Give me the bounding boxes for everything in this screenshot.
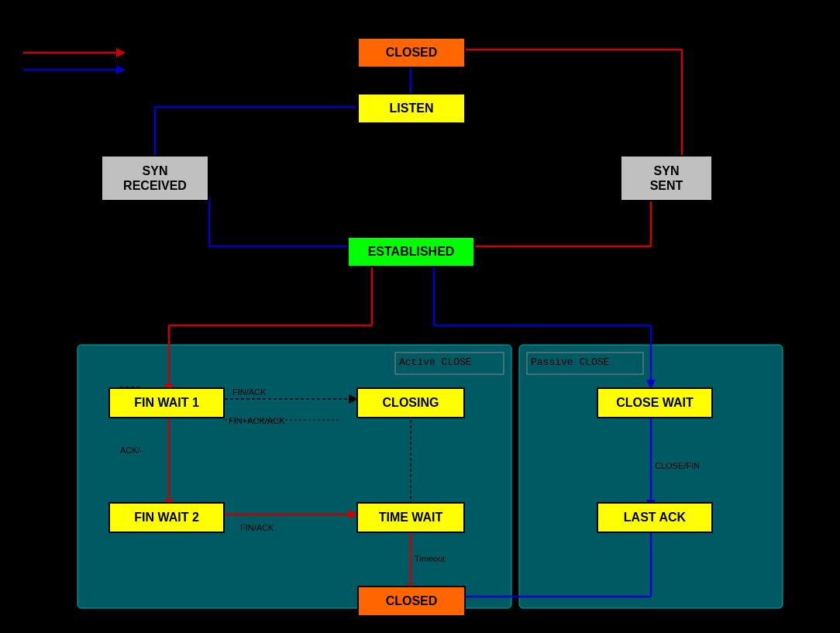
syn-sent-state: SYNSENT bbox=[620, 155, 713, 201]
fin-wait-2-state: FIN WAIT 2 bbox=[108, 502, 225, 533]
timeout-label: Timeout bbox=[415, 554, 445, 563]
close-fin-label: CLOSE/FIN bbox=[655, 461, 700, 470]
passive-close-label: Passive CLOSE bbox=[531, 356, 609, 368]
time-wait-state: TIME WAIT bbox=[356, 502, 465, 533]
svg-marker-5 bbox=[116, 65, 126, 74]
active-close-label: Active CLOSE bbox=[399, 356, 472, 368]
closing-state: CLOSING bbox=[356, 387, 465, 418]
fin-ack-label-1: FIN/ACK bbox=[232, 387, 266, 397]
fin-ack-label-2: FIN/ACK bbox=[240, 523, 274, 532]
svg-rect-0 bbox=[77, 345, 511, 608]
closed-top-state: CLOSED bbox=[357, 37, 466, 68]
close-wait-state: CLOSE WAIT bbox=[597, 387, 713, 418]
syn-received-state: SYNRECEIVED bbox=[101, 155, 209, 201]
ack-label: ACK/- bbox=[120, 446, 143, 455]
closed-bottom-state: CLOSED bbox=[357, 586, 466, 617]
fin-ack-ack-label: FIN+ACK/ACK bbox=[229, 416, 284, 425]
last-ack-state: LAST ACK bbox=[597, 502, 713, 533]
svg-marker-3 bbox=[116, 48, 126, 57]
listen-state: LISTEN bbox=[357, 93, 466, 124]
fin-wait-1-state: FIN WAIT 1 bbox=[108, 387, 225, 418]
established-state: ESTABLISHED bbox=[347, 236, 475, 267]
